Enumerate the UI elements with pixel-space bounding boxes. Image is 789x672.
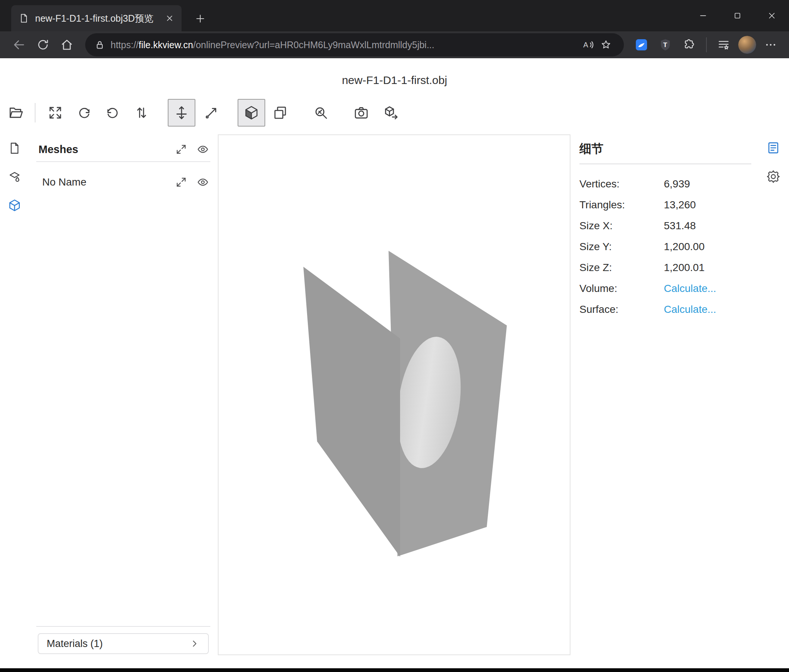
copy-model-button[interactable] <box>266 99 294 127</box>
detail-label: Size Y: <box>580 241 664 253</box>
page-content: new-F1-D1-1-first.obj <box>0 58 789 668</box>
extensions-puzzle-button[interactable] <box>680 35 699 54</box>
materials-button[interactable]: Materials (1) <box>38 633 209 654</box>
measure-button[interactable] <box>307 99 335 127</box>
open-file-button[interactable] <box>2 99 30 127</box>
file-info-icon <box>8 142 21 155</box>
detail-value: 6,939 <box>664 178 690 190</box>
eye-icon <box>197 143 209 155</box>
draw-line-button[interactable] <box>198 99 225 127</box>
browser-tab[interactable]: new-F1-D1-1-first.obj3D预览 <box>11 5 182 31</box>
favorites-hub-button[interactable] <box>714 35 733 54</box>
shield-extension-button[interactable]: T <box>656 35 675 54</box>
bird-extension-button[interactable] <box>632 35 651 54</box>
fit-view-icon <box>48 105 63 121</box>
url-host: file.kkview.cn <box>139 40 193 50</box>
bird-extension-icon <box>634 37 649 52</box>
favorites-list-icon <box>717 38 730 51</box>
rotate-z-button[interactable] <box>99 99 127 127</box>
url-scheme: https:// <box>110 40 139 50</box>
maximize-button[interactable] <box>720 0 755 31</box>
sidebar-tab-file-info[interactable] <box>6 139 24 157</box>
detail-row-surface: Surface: Calculate... <box>580 299 751 320</box>
move-axis-button[interactable] <box>168 99 195 127</box>
detail-row-vertices: Vertices: 6,939 <box>580 174 751 194</box>
detail-label: Triangles: <box>580 199 664 211</box>
screenshot-button[interactable] <box>347 99 375 127</box>
ellipsis-icon <box>764 38 777 51</box>
detail-value: 1,200.01 <box>664 262 704 274</box>
lock-icon <box>94 39 105 50</box>
rotate-y-button[interactable] <box>70 99 98 127</box>
detail-row-triangles: Triangles: 13,260 <box>580 194 751 215</box>
flip-vertical-button[interactable] <box>128 99 155 127</box>
expand-arrows-icon <box>175 176 187 188</box>
perspective-cube-button[interactable] <box>238 99 265 127</box>
3d-model-render <box>219 135 570 654</box>
materials-icon <box>8 170 21 184</box>
detail-row-volume: Volume: Calculate... <box>580 278 751 299</box>
toggle-mesh-visibility-button[interactable] <box>195 175 210 189</box>
rotate-z-icon <box>105 105 121 121</box>
3d-viewport[interactable] <box>218 134 570 655</box>
detail-label: Volume: <box>580 283 664 295</box>
meshes-panel-divider <box>36 161 210 162</box>
mesh-list-item[interactable]: No Name <box>36 172 210 193</box>
page-favicon-icon <box>19 13 29 24</box>
read-aloud-button[interactable]: A <box>579 36 597 54</box>
minimize-button[interactable] <box>686 0 720 31</box>
toolbar-divider <box>706 37 707 52</box>
sidebar-tab-materials[interactable] <box>6 168 24 186</box>
refresh-button[interactable] <box>33 33 53 56</box>
perspective-cube-icon <box>244 105 259 121</box>
browser-menu-button[interactable] <box>761 35 780 54</box>
plus-icon <box>194 13 206 25</box>
profile-avatar[interactable] <box>738 36 756 54</box>
chevron-right-icon <box>189 639 200 649</box>
close-button[interactable] <box>755 0 789 31</box>
new-tab-button[interactable] <box>190 8 211 29</box>
tab-title: new-F1-D1-1-first.obj3D预览 <box>35 12 159 25</box>
detail-label: Size X: <box>580 220 664 232</box>
sidebar-tab-meshes[interactable] <box>6 196 24 214</box>
calculate-surface-link[interactable]: Calculate... <box>664 304 716 315</box>
home-button[interactable] <box>57 33 77 56</box>
fit-mesh-button[interactable] <box>174 175 188 189</box>
gear-icon <box>766 169 780 184</box>
window-bottom-edge <box>0 668 789 672</box>
materials-label: Materials (1) <box>47 638 103 650</box>
detail-label: Size Z: <box>580 262 664 274</box>
favorite-star-button[interactable] <box>597 36 615 54</box>
detail-label: Vertices: <box>580 178 664 190</box>
sidebar-tab-details[interactable] <box>764 139 782 157</box>
extensions-area: T <box>632 35 780 54</box>
toggle-all-visibility-button[interactable] <box>195 142 210 157</box>
avatar-image <box>738 36 756 54</box>
move-axis-icon <box>174 105 189 121</box>
back-arrow-icon <box>12 38 26 51</box>
fit-all-meshes-button[interactable] <box>174 142 188 157</box>
calculate-volume-link[interactable]: Calculate... <box>664 283 716 295</box>
detail-row-size-y: Size Y: 1,200.00 <box>580 236 751 257</box>
draw-line-icon <box>204 105 219 121</box>
address-bar[interactable]: https://file.kkview.cn/onlinePreview?url… <box>85 33 624 56</box>
camera-icon <box>353 105 369 121</box>
meshes-panel: Meshes No Name <box>36 140 210 193</box>
svg-text:T: T <box>663 41 667 49</box>
details-panel-title: 细节 <box>580 141 751 156</box>
settings-button[interactable] <box>764 168 782 186</box>
detail-value: 13,260 <box>664 199 696 211</box>
puzzle-icon <box>682 38 696 51</box>
tab-close-icon[interactable] <box>165 14 174 23</box>
read-aloud-icon: A <box>582 38 594 51</box>
detail-row-size-z: Size Z: 1,200.01 <box>580 257 751 278</box>
back-button[interactable] <box>9 33 29 56</box>
rotate-y-icon <box>76 105 92 121</box>
detail-label: Surface: <box>580 304 664 315</box>
eye-icon <box>197 176 209 188</box>
fit-view-button[interactable] <box>42 99 69 127</box>
copy-icon <box>272 105 288 121</box>
export-model-button[interactable] <box>377 99 405 127</box>
expand-arrows-icon <box>175 143 187 155</box>
details-list-icon <box>766 141 780 155</box>
